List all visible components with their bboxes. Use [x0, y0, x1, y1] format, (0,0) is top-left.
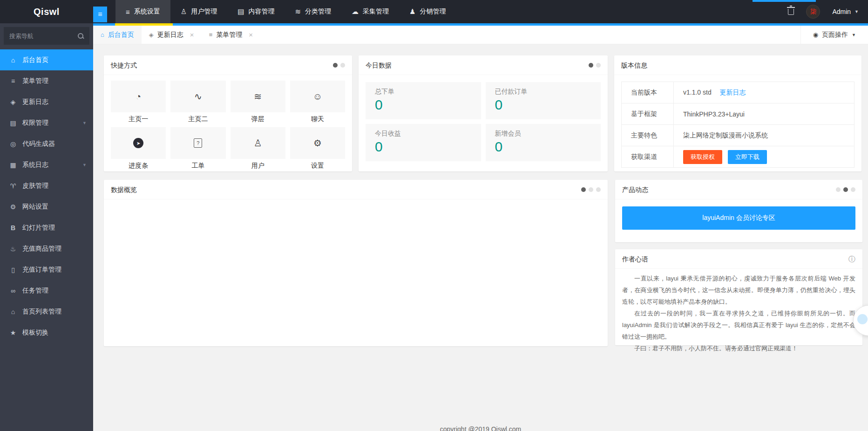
- sidebar-item-label: 任务管理: [22, 287, 48, 295]
- quick-item-home-one[interactable]: ◔ 主页一: [111, 81, 166, 123]
- document-icon: ▤: [237, 7, 244, 16]
- layers-icon: ≋: [254, 91, 262, 102]
- ticket-icon: ?: [194, 138, 202, 148]
- sidebar-item-code-generator[interactable]: ◎ 代码生成器: [0, 133, 93, 154]
- main-content: 快捷方式 ◔ 主页一 ∿ 主页二 ≋ 弹层: [93, 44, 868, 431]
- close-icon[interactable]: ×: [190, 31, 194, 39]
- search-input[interactable]: [9, 33, 77, 40]
- sidebar-item-task-management[interactable]: ∞ 任务管理: [0, 280, 93, 301]
- page-actions-dropdown[interactable]: ◉ 页面操作 ▼: [800, 26, 868, 44]
- topnav-item-category-management[interactable]: ≋ 分类管理: [285, 0, 341, 23]
- sidebar-item-permission-management[interactable]: ▤ 权限管理 ▼: [0, 112, 93, 133]
- quick-item-settings[interactable]: ⚙ 设置: [290, 127, 345, 170]
- quick-item-layer[interactable]: ≋ 弹层: [231, 81, 285, 123]
- tab-update-log[interactable]: ◈ 更新日志 ×: [142, 26, 202, 44]
- sidebar-item-recharge-goods[interactable]: ♨ 充值商品管理: [0, 238, 93, 259]
- topnav-item-distribution-management[interactable]: ♟ 分销管理: [399, 0, 456, 23]
- sidebar-item-homepage-list[interactable]: ⌂ 首页列表管理: [0, 301, 93, 322]
- quick-item-user[interactable]: ♙ 用户: [231, 127, 285, 170]
- collapse-sidebar-button[interactable]: ≡: [93, 7, 107, 22]
- carousel-dot[interactable]: [596, 63, 601, 68]
- quick-item-chat[interactable]: ☺ 聊天: [290, 81, 345, 123]
- author-words-title: 作者心语: [622, 255, 648, 263]
- carousel-dot[interactable]: [596, 187, 601, 192]
- sidebar-item-label: 网站设置: [22, 203, 48, 211]
- tab-menu-management[interactable]: ≡ 菜单管理 ×: [202, 26, 260, 44]
- carousel-dot[interactable]: [836, 187, 841, 192]
- carousel-dot[interactable]: [581, 187, 586, 192]
- active-nav-underline: [115, 23, 173, 26]
- home-icon: ⌂: [9, 308, 17, 315]
- carousel-dot[interactable]: [340, 63, 345, 68]
- tag-icon: ◈: [149, 31, 154, 38]
- carousel-dots[interactable]: [578, 187, 601, 192]
- user-menu[interactable]: Admin ▼: [832, 8, 859, 15]
- users-icon: ♟: [409, 7, 415, 16]
- quick-item-home-two[interactable]: ∿ 主页二: [170, 81, 225, 123]
- topnav-item-collect-management[interactable]: ☁ 采集管理: [341, 0, 399, 23]
- search-icon[interactable]: [77, 33, 84, 39]
- copyright-text: copyright @2019 Qiswl.com: [93, 425, 868, 431]
- sidebar-item-recharge-orders[interactable]: ▯ 充值订单管理: [0, 259, 93, 280]
- sidebar-item-label: 系统日志: [22, 161, 48, 169]
- quick-item-ticket[interactable]: ? 工单: [170, 127, 225, 170]
- carousel-dots[interactable]: [586, 63, 601, 68]
- header-accent-strip: [93, 23, 868, 26]
- carousel-dot[interactable]: [589, 187, 593, 192]
- top-navigation: ≡ 系统设置 ♙ 用户管理 ▤ 内容管理 ≋ 分类管理 ☁ 采集管理 ♟ 分销管…: [115, 0, 456, 23]
- carousel-dot[interactable]: [333, 63, 338, 68]
- stat-total-orders: 总下单 0: [366, 82, 481, 119]
- product-news-title: 产品动态: [622, 186, 648, 193]
- tab-dashboard[interactable]: ⌂ 后台首页: [93, 26, 142, 44]
- cloud-icon: ☁: [352, 7, 359, 16]
- topnav-item-system-settings[interactable]: ≡ 系统设置: [115, 0, 170, 23]
- topnav-item-user-management[interactable]: ♙ 用户管理: [170, 0, 227, 23]
- user-icon: ♙: [254, 137, 262, 149]
- home-icon: ⌂: [101, 31, 104, 38]
- file-icon: ▤: [9, 119, 17, 127]
- sidebar-item-menu-management[interactable]: ≡ 菜单管理: [0, 70, 93, 91]
- version-table: 当前版本 v1.1.0 std 更新日志 基于框架 ThinkPHP3.23+L…: [621, 82, 854, 168]
- home-icon: ⌂: [9, 56, 17, 64]
- sidebar-item-system-log[interactable]: ▦ 系统日志 ▼: [0, 154, 93, 175]
- slides-icon: B: [9, 224, 17, 232]
- topnav-label: 系统设置: [134, 7, 160, 16]
- sidebar-item-update-log[interactable]: ◈ 更新日志: [0, 91, 93, 112]
- sidebar-item-label: 充值订单管理: [22, 266, 61, 274]
- close-icon[interactable]: ×: [249, 31, 253, 39]
- framework-value: ThinkPHP3.23+Layui: [674, 103, 854, 125]
- topnav-item-content-management[interactable]: ▤ 内容管理: [227, 0, 285, 23]
- menu-icon: ≡: [126, 8, 130, 16]
- card-title: 快捷方式: [104, 55, 352, 75]
- update-log-link[interactable]: 更新日志: [720, 89, 746, 96]
- sidebar-item-template-switch[interactable]: ★ 模板切换: [0, 322, 93, 343]
- header: Qiswl ≡ ≡ 系统设置 ♙ 用户管理 ▤ 内容管理 ≋ 分类管理 ☁ 采集…: [0, 0, 868, 23]
- sidebar-item-label: 后台首页: [22, 56, 48, 64]
- sidebar-item-site-settings[interactable]: ⚙ 网站设置: [0, 196, 93, 217]
- today-data-title: 今日数据: [366, 62, 392, 69]
- sidebar-item-label: 更新日志: [22, 98, 48, 106]
- carousel-dot[interactable]: [851, 187, 855, 192]
- sidebar-search: [4, 27, 89, 45]
- sidebar-item-slideshow-management[interactable]: B 幻灯片管理: [0, 217, 93, 238]
- sidebar-item-skin-management[interactable]: ♈ 皮肤管理: [0, 175, 93, 196]
- avatar[interactable]: 柒: [806, 5, 820, 19]
- carousel-dots[interactable]: [330, 63, 345, 68]
- member-forum-button[interactable]: layuiAdmin 会员讨论专区: [622, 206, 855, 230]
- download-now-button[interactable]: 立即下载: [728, 150, 767, 164]
- sidebar-item-dashboard[interactable]: ⌂ 后台首页: [0, 49, 93, 70]
- circle-dot-icon: ◉: [813, 31, 818, 38]
- data-overview-chart-area: [104, 199, 608, 346]
- page-actions-label: 页面操作: [822, 31, 848, 39]
- author-words-text: 一直以来，layui 秉承无偿开源的初心，虔诚致力于服务各层次前后端 Web 开…: [615, 269, 862, 359]
- table-row: 主要特色 柒上网络定制版漫画小说系统: [622, 125, 854, 146]
- quick-item-progress[interactable]: ➤ 进度条: [111, 127, 166, 170]
- sidebar-item-label: 首页列表管理: [22, 308, 61, 316]
- data-overview-title: 数据概览: [111, 186, 137, 193]
- carousel-dots[interactable]: [833, 187, 855, 192]
- trash-icon[interactable]: [788, 9, 794, 15]
- carousel-dot[interactable]: [843, 187, 848, 192]
- app-logo: Qiswl: [0, 0, 93, 23]
- carousel-dot[interactable]: [589, 63, 593, 68]
- get-authorization-button[interactable]: 获取授权: [683, 150, 722, 164]
